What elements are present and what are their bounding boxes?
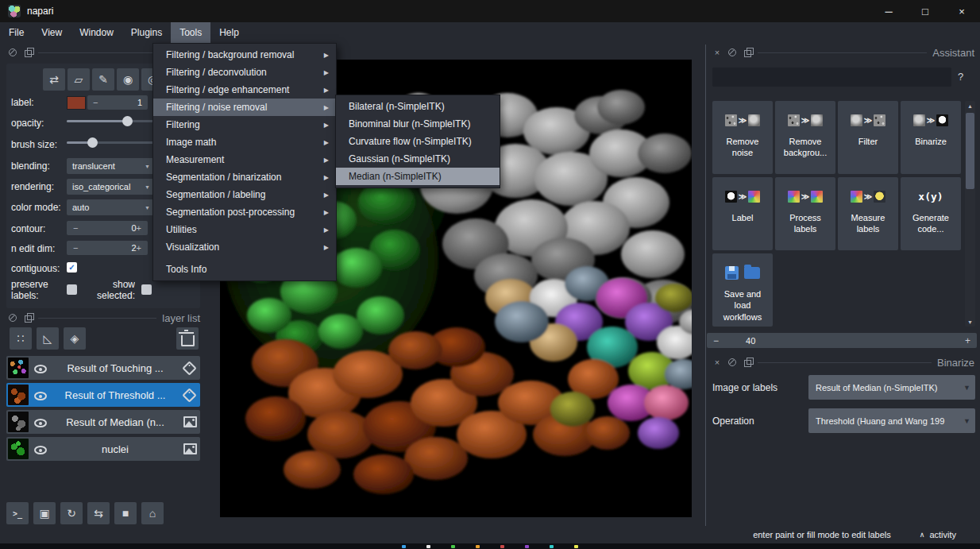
menu-item-filtering-deconvolution[interactable]: Filtering / deconvolution▶ xyxy=(153,64,336,81)
preserve-labels-checkbox[interactable] xyxy=(67,284,77,295)
fill-button[interactable]: ◉ xyxy=(117,68,139,91)
float-panel-icon[interactable] xyxy=(8,48,17,57)
visibility-eye-icon[interactable] xyxy=(34,416,48,428)
opacity-slider-handle[interactable] xyxy=(122,116,133,126)
new-shapes-layer-button[interactable]: ◺ xyxy=(37,327,59,350)
dock-splitter[interactable] xyxy=(705,44,706,531)
menu-item-gaussian[interactable]: Gaussian (n-SimpleITK) xyxy=(336,150,500,168)
delete-layer-button[interactable] xyxy=(176,327,199,350)
plus-icon[interactable]: + xyxy=(965,335,970,346)
contiguous-checkbox[interactable]: ✓ xyxy=(67,262,77,273)
menu-item-filtering-noise-removal[interactable]: Filtering / noise removal▶ xyxy=(153,99,336,116)
maximize-button[interactable]: □ xyxy=(907,0,943,22)
menu-item-binominal-blur[interactable]: Binominal blur (n-SimpleITK) xyxy=(336,115,500,133)
layer-row-nuclei[interactable]: nuclei xyxy=(6,437,200,461)
taskbar-app-icon[interactable] xyxy=(550,545,554,548)
menu-item-bilateral[interactable]: Bilateral (n-SimpleITK) xyxy=(336,98,500,115)
paint-button[interactable]: ✎ xyxy=(92,68,114,91)
taskbar-app-icon[interactable] xyxy=(574,545,578,548)
scroll-down-icon[interactable]: ▼ xyxy=(965,317,975,327)
visibility-eye-icon[interactable] xyxy=(34,362,48,374)
rendering-dropdown[interactable]: iso_categorical ▼ xyxy=(67,179,156,195)
visibility-eye-icon[interactable] xyxy=(34,389,48,401)
layer-row-median[interactable]: Result of Median (n... xyxy=(6,410,200,434)
menu-view[interactable]: View xyxy=(33,22,71,43)
menu-item-filtering-background-removal[interactable]: Filtering / background removal▶ xyxy=(153,46,336,64)
float-panel-icon[interactable] xyxy=(727,48,737,57)
roll-dimensions-button[interactable]: ↻ xyxy=(60,502,83,524)
float-panel-icon[interactable] xyxy=(727,358,737,367)
menu-item-filtering-edge-enhancement[interactable]: Filtering / edge enhancement▶ xyxy=(153,81,336,99)
remove-noise-button[interactable]: ≫ Remove noise xyxy=(712,101,773,174)
operation-dropdown[interactable]: Threshold (Huang and Wang 199 ▼ xyxy=(808,408,975,433)
remove-background-button[interactable]: ≫ Remove backgrou... xyxy=(775,101,835,174)
grid-view-button[interactable]: ■ xyxy=(114,502,137,524)
filter-button[interactable]: ≫ Filter xyxy=(838,101,898,174)
plus-icon[interactable]: + xyxy=(137,223,141,233)
taskbar-app-icon[interactable] xyxy=(426,545,430,548)
hide-panel-icon[interactable] xyxy=(23,48,33,57)
menu-item-curvature-flow[interactable]: Curvature flow (n-SimpleITK) xyxy=(336,133,500,150)
plus-icon[interactable]: + xyxy=(137,243,141,253)
float-panel-icon[interactable] xyxy=(8,313,17,323)
menu-item-tools-info[interactable]: Tools Info xyxy=(153,261,336,278)
color-mode-dropdown[interactable]: auto ▼ xyxy=(67,199,156,215)
menu-item-image-math[interactable]: Image math▶ xyxy=(153,133,336,151)
taskbar-app-icon[interactable] xyxy=(525,545,529,548)
menu-item-median[interactable]: Median (n-SimpleITK) xyxy=(336,168,500,185)
assistant-slider[interactable]: − 40 + xyxy=(707,333,977,348)
menu-window[interactable]: Window xyxy=(71,22,122,43)
n-edit-dim-spinbox[interactable]: − 2 + xyxy=(67,241,148,255)
generate-code-button[interactable]: x(y) Generate code... xyxy=(901,177,961,250)
menu-plugins[interactable]: Plugins xyxy=(122,22,171,43)
label-button[interactable]: ≫ Label xyxy=(712,177,773,250)
scrollbar-handle[interactable] xyxy=(966,113,974,189)
minus-icon[interactable]: − xyxy=(713,335,719,346)
contour-spinbox[interactable]: − 0 + xyxy=(67,221,148,235)
menu-help[interactable]: Help xyxy=(210,22,248,43)
activity-toggle[interactable]: ∧ activity xyxy=(920,530,956,539)
menu-item-segmentation-post-processing[interactable]: Segmentation post-processing▶ xyxy=(153,203,336,221)
close-panel-icon[interactable]: × xyxy=(712,48,722,57)
new-labels-layer-button[interactable]: ◈ xyxy=(64,327,86,350)
hide-panel-icon[interactable] xyxy=(743,358,752,367)
menu-tools[interactable]: Tools xyxy=(171,22,210,43)
shuffle-colors-button[interactable]: ⇄ xyxy=(43,68,65,91)
taskbar-app-icon[interactable] xyxy=(402,545,406,548)
new-points-layer-button[interactable]: ∷ xyxy=(10,327,32,350)
console-button[interactable]: >_ xyxy=(6,502,29,524)
image-or-labels-dropdown[interactable]: Result of Median (n-SimpleITK) ▼ xyxy=(808,375,975,400)
taskbar-app-icon[interactable] xyxy=(476,545,480,548)
close-panel-icon[interactable]: × xyxy=(712,358,722,367)
menu-item-filtering[interactable]: Filtering▶ xyxy=(153,116,336,133)
hide-panel-icon[interactable] xyxy=(23,313,33,323)
label-color-swatch[interactable] xyxy=(67,96,86,110)
process-labels-button[interactable]: ≫ Process labels xyxy=(775,177,835,250)
blending-dropdown[interactable]: translucent ▼ xyxy=(67,158,156,174)
visibility-eye-icon[interactable] xyxy=(34,443,48,455)
brush-size-slider-handle[interactable] xyxy=(87,137,98,148)
measure-labels-button[interactable]: ≫ Measure labels xyxy=(838,177,898,250)
hide-panel-icon[interactable] xyxy=(743,48,752,57)
menu-item-visualization[interactable]: Visualization▶ xyxy=(153,238,336,256)
menu-item-utilities[interactable]: Utilities▶ xyxy=(153,221,336,238)
minus-icon[interactable]: − xyxy=(73,223,78,233)
menu-item-segmentation-binarization[interactable]: Segmentation / binarization▶ xyxy=(153,168,336,186)
layer-row-touching[interactable]: Result of Touching ... xyxy=(6,356,200,380)
erase-button[interactable]: ▱ xyxy=(68,68,90,91)
menu-item-segmentation-labeling[interactable]: Segmentation / labeling▶ xyxy=(153,186,336,203)
label-spinbox[interactable]: − 1 xyxy=(87,95,148,110)
show-selected-checkbox[interactable] xyxy=(141,284,152,295)
close-button[interactable]: × xyxy=(943,0,980,22)
home-button[interactable]: ⌂ xyxy=(141,502,164,524)
minimize-button[interactable]: ─ xyxy=(870,0,907,22)
save-load-workflows-button[interactable]: Save and load workflows xyxy=(712,253,773,327)
transpose-dimensions-button[interactable]: ⇆ xyxy=(87,502,110,524)
taskbar-app-icon[interactable] xyxy=(500,545,504,548)
binarize-button[interactable]: ≫ Binarize xyxy=(901,101,961,174)
scroll-up-icon[interactable]: ▲ xyxy=(965,101,975,110)
menu-item-measurement[interactable]: Measurement▶ xyxy=(153,151,336,168)
minus-icon[interactable]: − xyxy=(93,98,98,107)
layer-row-threshold[interactable]: Result of Threshold ... xyxy=(6,383,200,407)
assistant-search-input[interactable] xyxy=(712,68,951,87)
